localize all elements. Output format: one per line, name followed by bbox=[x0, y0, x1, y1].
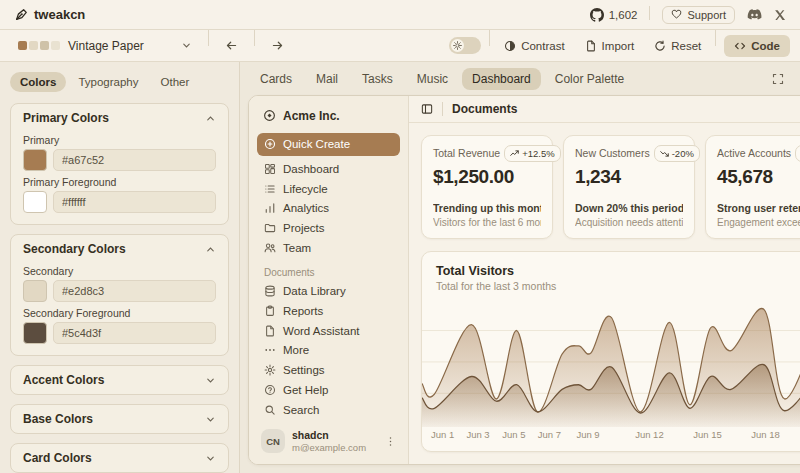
chart-title: Total Visitors bbox=[422, 264, 800, 278]
contrast-label: Contrast bbox=[521, 40, 564, 52]
sidebar-item-data-library[interactable]: Data Library bbox=[257, 281, 400, 301]
light-dark-toggle[interactable] bbox=[449, 37, 481, 54]
app-logo[interactable]: tweakcn bbox=[14, 7, 85, 22]
reset-button[interactable]: Reset bbox=[648, 36, 707, 56]
accordion-header[interactable]: Base Colors bbox=[11, 405, 228, 433]
tab-mail[interactable]: Mail bbox=[306, 68, 348, 90]
section-title: Card Colors bbox=[23, 451, 92, 465]
stat-label: New Customers bbox=[575, 145, 650, 159]
theme-swatch bbox=[51, 41, 60, 50]
chart-series bbox=[422, 308, 800, 427]
color-swatch-secondary-foreground[interactable] bbox=[23, 322, 47, 344]
sidebar-item-search[interactable]: Search bbox=[257, 400, 400, 420]
sidebar-item-team[interactable]: Team bbox=[257, 238, 400, 258]
org-switcher[interactable]: Acme Inc. bbox=[257, 104, 400, 128]
gear-icon bbox=[264, 364, 276, 376]
theme-swatch bbox=[29, 41, 38, 50]
chevron-down-icon bbox=[181, 40, 192, 51]
code-label: Code bbox=[751, 40, 780, 52]
import-button[interactable]: Import bbox=[579, 36, 641, 56]
tab-typography[interactable]: Typography bbox=[68, 72, 148, 92]
sidebar-item-label: Reports bbox=[283, 305, 323, 317]
theme-swatch-strip bbox=[18, 41, 60, 50]
sidebar-toggle-icon[interactable] bbox=[421, 103, 433, 115]
avatar: CN bbox=[261, 429, 285, 453]
divider bbox=[715, 30, 716, 46]
sidebar-item-label: Team bbox=[283, 242, 311, 254]
stat-description: Acquisition needs attention bbox=[575, 217, 683, 228]
stat-value: 1,234 bbox=[575, 166, 683, 188]
stat-label: Total Revenue bbox=[433, 145, 500, 159]
support-button[interactable]: Support bbox=[662, 6, 735, 24]
sidebar-item-get-help[interactable]: Get Help bbox=[257, 380, 400, 400]
tab-dashboard[interactable]: Dashboard bbox=[462, 68, 541, 90]
accordion-header[interactable]: Primary Colors bbox=[11, 104, 228, 132]
sidebar-item-projects[interactable]: Projects bbox=[257, 218, 400, 238]
color-swatch-primary[interactable] bbox=[23, 149, 47, 171]
x-tick-label: Jun 15 bbox=[693, 429, 722, 440]
color-value-input-primary-foreground[interactable] bbox=[53, 191, 216, 213]
section-secondary-colors: Secondary Colors Secondary Secondary For… bbox=[10, 234, 229, 356]
color-value-input-secondary-foreground[interactable] bbox=[53, 322, 216, 344]
page-title: Documents bbox=[452, 102, 517, 116]
demo-main: Documents Total Revenue +12.5% $1,250.00… bbox=[409, 96, 800, 464]
sidebar-item-settings[interactable]: Settings bbox=[257, 360, 400, 380]
tab-other[interactable]: Other bbox=[151, 72, 200, 92]
accordion-header[interactable]: Card Colors bbox=[11, 444, 228, 472]
tab-cards[interactable]: Cards bbox=[250, 68, 302, 90]
theme-swatch bbox=[18, 41, 27, 50]
discord-icon[interactable] bbox=[747, 9, 762, 21]
sidebar-item-label: Analytics bbox=[283, 202, 329, 214]
x-tick-label: Jun 7 bbox=[538, 429, 561, 440]
tab-tasks[interactable]: Tasks bbox=[352, 68, 403, 90]
color-value-input-secondary[interactable] bbox=[53, 280, 216, 302]
github-icon bbox=[590, 8, 604, 22]
sidebar-item-label: Projects bbox=[283, 222, 325, 234]
divider bbox=[649, 6, 650, 20]
section-title: Accent Colors bbox=[23, 373, 104, 387]
redo-arrow-button[interactable] bbox=[263, 35, 292, 56]
theme-swatch bbox=[40, 41, 49, 50]
field-label: Primary bbox=[23, 134, 216, 146]
tab-music[interactable]: Music bbox=[407, 68, 458, 90]
github-stars-button[interactable]: 1,602 bbox=[590, 8, 638, 22]
section-title: Base Colors bbox=[23, 412, 93, 426]
sidebar-item-lifecycle[interactable]: Lifecycle bbox=[257, 179, 400, 199]
sidebar-item-more[interactable]: More bbox=[257, 340, 400, 360]
sidebar-item-dashboard[interactable]: Dashboard bbox=[257, 159, 400, 179]
users-icon bbox=[264, 242, 276, 254]
fullscreen-icon[interactable] bbox=[772, 73, 790, 85]
section-primary-colors: Primary Colors Primary Primary Foregroun… bbox=[10, 103, 229, 225]
trend-badge: +12.5% bbox=[795, 145, 800, 162]
editor-tabs: Colors Typography Other bbox=[10, 72, 229, 92]
chevron-down-icon bbox=[205, 453, 216, 464]
x-twitter-icon[interactable] bbox=[774, 9, 786, 21]
accordion-header[interactable]: Secondary Colors bbox=[11, 235, 228, 263]
stat-card-active-accounts: Active Accounts +12.5% 45,678 Strong use… bbox=[705, 135, 800, 239]
tab-color-palette[interactable]: Color Palette bbox=[545, 68, 634, 90]
color-swatch-secondary[interactable] bbox=[23, 280, 47, 302]
file-icon bbox=[264, 325, 276, 337]
sidebar-item-analytics[interactable]: Analytics bbox=[257, 198, 400, 218]
folder-icon bbox=[264, 222, 276, 234]
layout-dashboard-icon bbox=[264, 163, 276, 175]
sidebar-item-reports[interactable]: Reports bbox=[257, 301, 400, 321]
ellipsis-icon bbox=[264, 344, 276, 356]
help-circle-icon bbox=[264, 384, 276, 396]
contrast-button[interactable]: Contrast bbox=[498, 36, 570, 56]
sun-icon bbox=[451, 39, 464, 52]
code-button[interactable]: Code bbox=[724, 35, 790, 57]
refresh-icon bbox=[654, 40, 666, 52]
color-swatch-primary-foreground[interactable] bbox=[23, 191, 47, 213]
quick-create-button[interactable]: Quick Create bbox=[257, 133, 400, 157]
visitors-area-chart[interactable] bbox=[422, 298, 800, 427]
accordion-header[interactable]: Accent Colors bbox=[11, 366, 228, 394]
theme-selector[interactable]: Vintage Paper bbox=[10, 36, 200, 56]
undo-arrow-button[interactable] bbox=[217, 35, 246, 56]
tab-colors[interactable]: Colors bbox=[10, 72, 66, 92]
user-menu[interactable]: CN shadcn m@example.com bbox=[257, 424, 400, 458]
theme-editor-panel: Colors Typography Other Primary Colors P… bbox=[0, 62, 240, 473]
sidebar-item-word-assistant[interactable]: Word Assistant bbox=[257, 321, 400, 341]
sidebar-item-label: Word Assistant bbox=[283, 325, 360, 337]
color-value-input-primary[interactable] bbox=[53, 149, 216, 171]
